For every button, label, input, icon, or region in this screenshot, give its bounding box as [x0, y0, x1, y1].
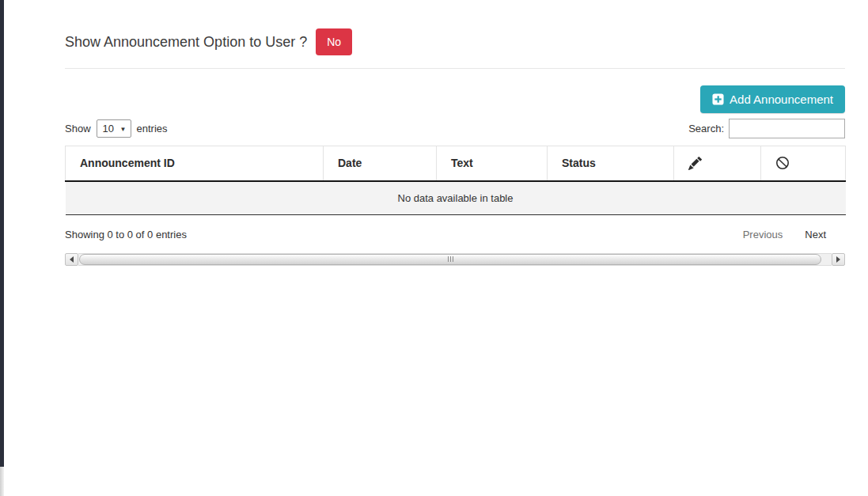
pagination: Previous Next [732, 225, 837, 244]
page-length-control: Show 10 ▼ entries [65, 119, 168, 138]
table-header-row: Announcement ID Date Text Status [66, 146, 846, 181]
empty-table-row: No data available in table [66, 181, 846, 215]
sidebar-edge [0, 0, 4, 467]
scroll-right-button[interactable] [832, 253, 845, 266]
page-size-select-wrap: 10 ▼ [97, 119, 131, 138]
horizontal-scrollbar [65, 253, 845, 266]
divider [65, 68, 845, 69]
column-header-date[interactable]: Date [324, 146, 437, 181]
arrow-right-icon [836, 256, 840, 263]
search-control: Search: [688, 119, 845, 138]
next-page-button[interactable]: Next [794, 225, 837, 244]
announcement-option-toggle-button[interactable]: No [316, 28, 352, 55]
column-header-announcement-id[interactable]: Announcement ID [66, 146, 324, 181]
grip-icon [453, 256, 453, 262]
column-header-text[interactable]: Text [437, 146, 548, 181]
announcements-panel: Show Announcement Option to User ? No Ad… [65, 0, 845, 266]
page-size-select[interactable]: 10 [97, 119, 131, 138]
grip-icon [448, 256, 449, 262]
scrollbar-track[interactable] [78, 253, 832, 266]
edit-pencil-icon [688, 157, 751, 170]
scroll-left-button[interactable] [65, 253, 78, 266]
column-header-disable[interactable] [761, 146, 846, 181]
table-info: Showing 0 to 0 of 0 entries [65, 229, 187, 240]
previous-page-button[interactable]: Previous [732, 225, 794, 244]
scrollbar-thumb[interactable] [79, 254, 821, 265]
entries-label: entries [137, 123, 168, 134]
grip-icon [450, 256, 451, 262]
search-label: Search: [688, 123, 724, 134]
table-controls: Show 10 ▼ entries Search: [65, 119, 845, 138]
arrow-left-icon [70, 256, 74, 263]
plus-square-icon [712, 93, 724, 105]
page-title: Show Announcement Option to User ? [65, 34, 307, 51]
table-footer: Showing 0 to 0 of 0 entries Previous Nex… [65, 225, 845, 244]
toolbar: Add Announcement [65, 85, 845, 113]
add-announcement-label: Add Announcement [730, 93, 833, 106]
ban-icon [775, 156, 836, 170]
column-header-status[interactable]: Status [548, 146, 674, 181]
sidebar-edge-bottom [0, 467, 4, 496]
column-header-edit[interactable] [674, 146, 761, 181]
title-row: Show Announcement Option to User ? No [65, 28, 845, 55]
add-announcement-button[interactable]: Add Announcement [700, 85, 845, 113]
search-input[interactable] [729, 119, 845, 138]
empty-table-message: No data available in table [66, 181, 846, 215]
show-label: Show [65, 123, 91, 134]
announcements-table: Announcement ID Date Text Status [65, 146, 846, 215]
